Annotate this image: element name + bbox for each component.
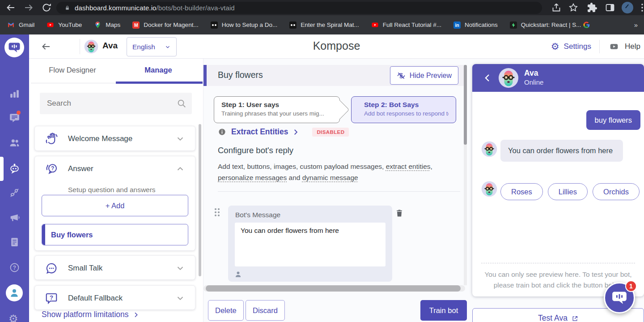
- bot-integration-icon[interactable]: [9, 163, 20, 174]
- scrollbar-thumb[interactable]: [464, 65, 467, 145]
- extensions-icon[interactable]: [587, 2, 597, 13]
- settings-gear-icon[interactable]: ⚙: [8, 313, 18, 322]
- help-icon[interactable]: [9, 262, 20, 273]
- scrollbar-thumb[interactable]: [206, 285, 461, 292]
- fallback-bubble-icon: [45, 292, 58, 305]
- card-welcome-message[interactable]: Welcome Message: [34, 126, 195, 151]
- answer-header[interactable]: Answer: [35, 156, 195, 181]
- side-panel-icon[interactable]: [605, 2, 615, 13]
- step-user-says[interactable]: Step 1: User says Training phrases that …: [214, 96, 340, 123]
- dynamic-message-tooltip-link[interactable]: dynamic message: [302, 174, 358, 181]
- vertical-scrollbar[interactable]: [464, 65, 467, 285]
- train-bot-button[interactable]: Train bot: [420, 300, 467, 321]
- bookmark-notifications[interactable]: inNotifications: [453, 21, 498, 29]
- tab-manage[interactable]: Manage: [116, 59, 201, 82]
- bookmark-youtube[interactable]: YouTube: [47, 21, 82, 29]
- desc-text: ,: [431, 163, 432, 170]
- bookmarks-overflow-chevron[interactable]: »: [634, 21, 638, 29]
- back-arrow-icon[interactable]: [41, 41, 51, 52]
- bookmark-gmail[interactable]: Gmail: [7, 21, 34, 29]
- notification-dot: [17, 111, 21, 115]
- language-select[interactable]: English: [127, 37, 177, 56]
- step-bot-says[interactable]: Step 2: Bot Says Add bot responses to re…: [351, 96, 456, 123]
- share-icon[interactable]: [551, 2, 562, 13]
- chevron-down-icon: [175, 293, 185, 303]
- configure-reply-title: Configure bot's reply: [218, 146, 293, 155]
- react-icon: [510, 21, 517, 29]
- bot-message-label: Bot's Message: [235, 211, 280, 219]
- drag-handle[interactable]: [215, 208, 220, 216]
- campaigns-icon[interactable]: [9, 212, 20, 223]
- panel-scrollbar[interactable]: [199, 124, 201, 276]
- bookmark-label: YouTube: [58, 21, 82, 28]
- ava-avatar: [498, 68, 519, 88]
- tab-flow-designer[interactable]: Flow Designer: [29, 59, 116, 82]
- chevron-right-icon: [292, 128, 300, 136]
- bookmark-star-icon[interactable]: [568, 2, 579, 13]
- url-text: dashboard.kommunicate.io/bots/bot-builde…: [75, 4, 235, 12]
- chevron-down-icon: [175, 134, 185, 144]
- browser-menu-icon[interactable]: [637, 2, 644, 13]
- bookmark-react-tutorial[interactable]: Full React Tutorial #...: [371, 21, 441, 29]
- add-answer-button[interactable]: + Add: [42, 195, 188, 216]
- configure-description: Add text, buttons, images, custom payloa…: [218, 161, 456, 183]
- contacts-icon[interactable]: [9, 137, 20, 148]
- url-domain: dashboard.kommunicate.io: [75, 4, 157, 12]
- help-button[interactable]: Help: [608, 42, 640, 51]
- page-title: Kompose: [313, 39, 360, 52]
- bookmark-quickstart[interactable]: Quickstart: React | S...: [510, 21, 581, 29]
- intent-buy-flowers[interactable]: Buy flowers: [42, 224, 188, 245]
- step-subtitle: Training phrases that your users mig...: [221, 110, 332, 117]
- widget-unread-badge: 1: [625, 280, 637, 292]
- chevron-left-icon[interactable]: [482, 73, 493, 83]
- user-avatar[interactable]: [6, 284, 23, 301]
- settings-label: Settings: [564, 42, 591, 51]
- bookmark-label: How to Setup a Do...: [222, 21, 278, 28]
- bot-message-card: Bot's Message You can order flowers from…: [228, 206, 392, 282]
- card-default-fallback[interactable]: Default Fallback: [34, 285, 195, 310]
- chevron-down-icon: [165, 44, 171, 50]
- google-icon[interactable]: [583, 21, 590, 29]
- kommunicate-logo[interactable]: [4, 38, 24, 57]
- intent-header: Buy flowers Hide Preview: [203, 65, 464, 86]
- show-platform-limitations-link[interactable]: Show platform limitations: [42, 310, 140, 319]
- invoices-icon[interactable]: [9, 236, 20, 248]
- card-small-talk[interactable]: Small Talk: [34, 255, 195, 280]
- delete-message-icon[interactable]: [395, 208, 404, 218]
- delete-button[interactable]: Delete: [208, 300, 244, 321]
- integrations-icon[interactable]: [9, 187, 20, 198]
- bot-message-textarea[interactable]: You can order flowers from here: [235, 223, 386, 266]
- settings-button[interactable]: ⚙ Settings: [551, 42, 591, 52]
- step-subtitle: Add bot responses to respond to ...: [364, 110, 449, 117]
- intent-label: Buy flowers: [51, 231, 93, 239]
- bookmark-maps[interactable]: Maps: [94, 21, 120, 29]
- extract-entities-tooltip-link[interactable]: extract entities: [386, 163, 431, 170]
- panel-tabs: Flow Designer Manage: [29, 59, 203, 84]
- hide-preview-button[interactable]: Hide Preview: [390, 66, 458, 85]
- bookmark-docker[interactable]: MDocker for Magent...: [132, 21, 198, 29]
- address-bar[interactable]: dashboard.kommunicate.io/bots/bot-builde…: [56, 2, 542, 14]
- browser-back-icon[interactable]: [5, 2, 16, 13]
- bookmark-how-to-setup[interactable]: How to Setup a Do...: [211, 21, 278, 29]
- quick-reply-roses[interactable]: Roses: [500, 183, 543, 200]
- quick-reply-orchids[interactable]: Orchids: [593, 183, 640, 200]
- discard-button[interactable]: Discard: [246, 300, 285, 321]
- linkedin-icon: in: [453, 21, 461, 29]
- youtube-play-icon: [608, 42, 620, 51]
- bookmark-spiral[interactable]: Enter the Spiral Mat...: [289, 21, 359, 29]
- browser-forward-icon[interactable]: [23, 2, 34, 13]
- active-tab-underline: [116, 82, 203, 84]
- quick-reply-lillies[interactable]: Lillies: [548, 183, 588, 200]
- personalize-messages-tooltip-link[interactable]: personalize messages: [218, 174, 287, 181]
- extract-entities-link[interactable]: Extract Entities: [231, 127, 288, 137]
- horizontal-scrollbar[interactable]: [203, 285, 465, 292]
- browser-reload-icon[interactable]: [41, 2, 52, 13]
- active-nav-indicator: [0, 157, 4, 181]
- profile-avatar[interactable]: [622, 2, 633, 13]
- search-input[interactable]: [40, 93, 192, 114]
- chevron-down-icon: [175, 263, 185, 273]
- video-icon: [211, 21, 218, 29]
- maps-icon: [94, 21, 102, 29]
- dashboard-icon[interactable]: [9, 88, 20, 99]
- nav-rail: ⚙: [0, 34, 29, 322]
